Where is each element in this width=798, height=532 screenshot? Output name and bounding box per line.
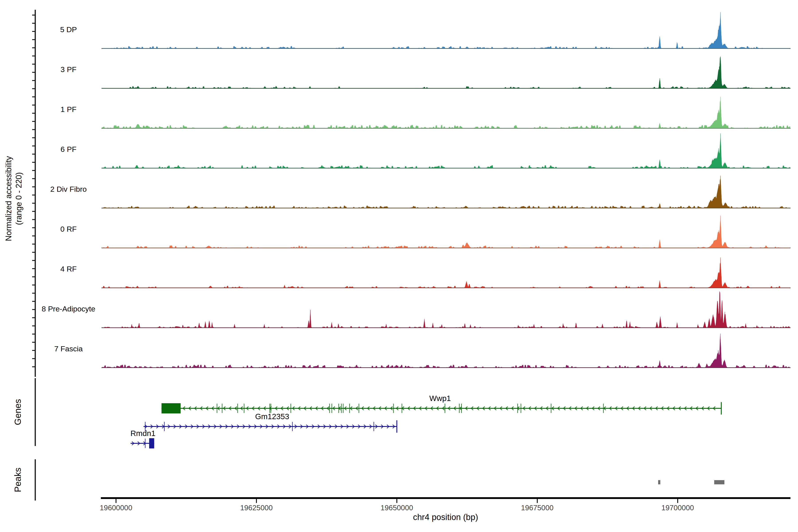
x-tick-label: 19675000 — [504, 504, 571, 512]
coverage-signal — [102, 12, 790, 49]
gene-label: Rmdn1 — [131, 429, 156, 438]
gene-rmdn1: Rmdn1 — [131, 429, 156, 449]
x-tick-label: 19650000 — [363, 504, 430, 512]
gene-gm12353: Gm12353 — [144, 412, 397, 433]
x-tick-label: 19625000 — [223, 504, 290, 512]
x-tick-label: 19600000 — [83, 504, 149, 512]
coverage-signal — [102, 97, 790, 128]
coverage-track-8-pre-adipocyte — [102, 288, 790, 328]
coverage-track-6-pf — [102, 129, 790, 169]
coverage-track-7-fascia — [102, 328, 790, 368]
coverage-signal — [102, 215, 790, 248]
coverage-signal — [102, 57, 790, 88]
x-tick-label: 19700000 — [644, 504, 711, 512]
exon-box — [162, 403, 180, 413]
exon-box — [149, 438, 154, 449]
gene-label: Gm12353 — [255, 412, 289, 421]
coverage-signal — [102, 258, 790, 288]
coverage-track-0-rf — [102, 208, 790, 248]
gene-wwp1: Wwp1 — [162, 394, 721, 415]
coverage-signal — [102, 175, 790, 208]
coverage-track-5-dp — [102, 9, 790, 49]
called-peak-box — [658, 480, 660, 484]
coverage-signal — [102, 291, 790, 328]
coverage-signal — [102, 133, 790, 168]
called-peak-box — [714, 480, 724, 484]
coverage-track-2-div-fibro — [102, 169, 790, 208]
coverage-track-3-pf — [102, 49, 790, 89]
gene-label: Wwp1 — [430, 394, 451, 402]
coverage-track-1-pf — [102, 89, 790, 129]
coverage-track-4-rf — [102, 248, 790, 288]
coverage-signal — [102, 334, 790, 367]
coverage-plot-figure: Normalized accessibility (range 0 - 220)… — [0, 0, 798, 532]
